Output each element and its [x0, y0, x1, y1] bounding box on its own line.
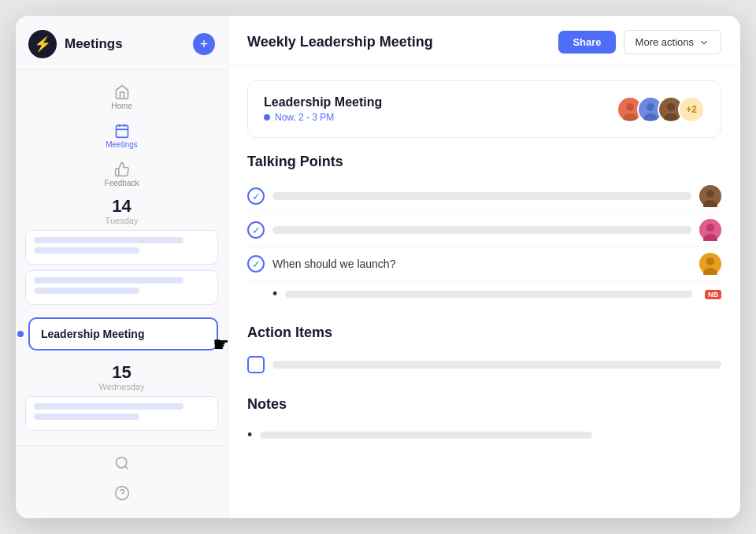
svg-point-12	[667, 103, 675, 111]
svg-point-11	[643, 113, 658, 121]
more-actions-button[interactable]: More actions	[624, 30, 721, 54]
add-button[interactable]: +	[193, 33, 215, 55]
leadership-card-title: Leadership Meeting	[41, 328, 144, 340]
talking-points-header: Talking Points	[247, 154, 721, 170]
main-header: Weekly Leadership Meeting Share More act…	[228, 16, 740, 66]
avatar-count: +2	[678, 96, 705, 123]
day-name-tuesday: Tuesday	[25, 216, 218, 225]
sub-bullet-item[interactable]: • NB	[247, 281, 721, 307]
day-group-14: 14 Tuesday	[25, 197, 218, 305]
page-title: Weekly Leadership Meeting	[247, 34, 550, 50]
check-icon-1: ✓	[247, 187, 265, 205]
action-item-1[interactable]	[247, 350, 721, 379]
svg-point-9	[623, 113, 637, 121]
tp-line-1	[272, 192, 691, 200]
main-content: Weekly Leadership Meeting Share More act…	[228, 16, 740, 518]
meeting-info-card: Leadership Meeting Now, 2 - 3 PM	[247, 80, 721, 138]
calendar-section: 14 Tuesday Leadership Meeting ☛	[16, 197, 228, 445]
svg-point-8	[626, 103, 634, 111]
event-line	[34, 413, 139, 420]
sidebar: ⚡ Meetings + Home Meetings	[16, 16, 228, 518]
feedback-label: Feedback	[105, 179, 139, 187]
sidebar-bottom	[16, 445, 228, 518]
live-dot	[264, 114, 270, 121]
event-card-1[interactable]	[25, 230, 218, 265]
meeting-card-left: Leadership Meeting Now, 2 - 3 PM	[264, 95, 382, 123]
talking-points-section: Talking Points ✓ ✓	[247, 154, 721, 307]
notes-section: Notes •	[247, 396, 721, 448]
meeting-card-title: Leadership Meeting	[264, 95, 382, 109]
bullet-icon: •	[272, 286, 277, 302]
meeting-card-time: Now, 2 - 3 PM	[264, 112, 382, 123]
notes-line	[260, 432, 591, 439]
notes-header: Notes	[247, 396, 721, 413]
tp-avatar-2	[699, 219, 721, 241]
cursor-icon: ☛	[213, 332, 228, 357]
talking-point-text-3: When should we launch?	[272, 258, 691, 270]
nav-icons: Home Meetings Feedback	[16, 70, 228, 197]
notes-bullet-icon: •	[247, 427, 252, 443]
talking-point-item-3[interactable]: ✓ When should we launch?	[247, 247, 721, 281]
meetings-label: Meetings	[106, 140, 138, 149]
talking-point-item-1[interactable]: ✓	[247, 180, 721, 213]
event-line	[34, 403, 183, 410]
nb-badge: NB	[705, 290, 721, 299]
day-number-15: 15	[25, 363, 218, 382]
svg-point-15	[703, 200, 717, 207]
day-name-wednesday: Wednesday	[25, 382, 218, 391]
main-body: Leadership Meeting Now, 2 - 3 PM	[228, 66, 740, 518]
event-line	[34, 277, 183, 284]
check-icon-3: ✓	[247, 255, 265, 273]
app-window: ⚡ Meetings + Home Meetings	[16, 16, 740, 518]
notes-bullet-item[interactable]: •	[247, 422, 721, 448]
sidebar-item-meetings[interactable]: Meetings	[16, 117, 228, 155]
action-line	[272, 361, 721, 369]
day-group-15: 15 Wednesday	[25, 363, 218, 431]
svg-point-4	[116, 458, 126, 468]
tp-line-2	[272, 226, 691, 234]
action-items-section: Action Items	[247, 324, 721, 379]
check-icon-2: ✓	[247, 221, 265, 239]
event-line	[34, 287, 139, 294]
chevron-down-icon	[699, 37, 710, 48]
dot-indicator	[17, 331, 24, 337]
svg-point-17	[703, 234, 717, 241]
sidebar-item-feedback[interactable]: Feedback	[16, 155, 228, 194]
event-card-3[interactable]	[25, 396, 218, 431]
event-line	[34, 247, 139, 254]
svg-line-5	[124, 466, 128, 469]
svg-point-10	[647, 103, 654, 111]
svg-rect-0	[116, 125, 128, 137]
event-line	[34, 237, 183, 243]
event-card-2[interactable]	[25, 270, 218, 305]
sidebar-header: ⚡ Meetings +	[16, 16, 228, 70]
sidebar-title: Meetings	[65, 36, 123, 52]
svg-point-14	[706, 190, 714, 198]
search-icon[interactable]	[111, 452, 133, 477]
logo: ⚡	[28, 30, 57, 58]
sub-line	[285, 291, 692, 298]
leadership-meeting-card[interactable]: Leadership Meeting ☛	[28, 317, 218, 350]
sidebar-item-home[interactable]: Home	[16, 78, 228, 117]
svg-point-13	[664, 113, 678, 121]
help-icon[interactable]	[111, 482, 133, 507]
home-label: Home	[111, 102, 132, 110]
avatars: +2	[617, 96, 705, 123]
svg-point-19	[703, 268, 717, 275]
svg-point-16	[706, 224, 714, 232]
tp-avatar-1	[699, 185, 721, 207]
action-items-header: Action Items	[247, 324, 721, 341]
day-number-14: 14	[25, 197, 218, 216]
talking-point-item-2[interactable]: ✓	[247, 213, 721, 247]
checkbox-empty[interactable]	[247, 356, 265, 373]
share-button[interactable]: Share	[558, 31, 615, 54]
tp-avatar-3	[699, 253, 721, 275]
svg-point-18	[706, 258, 714, 265]
